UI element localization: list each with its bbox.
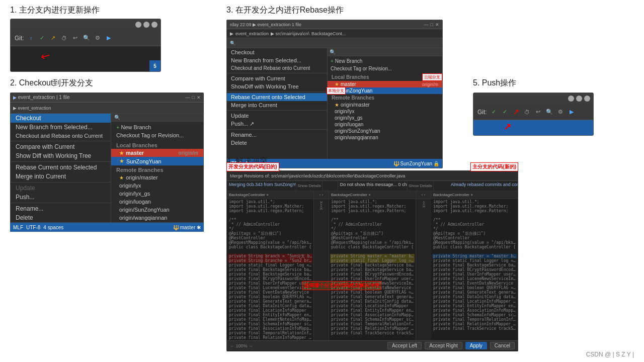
merge-cols-header: Merging 0cb.343 from SunZongYuan Show De… <box>227 181 518 191</box>
s3-checkout[interactable]: Checkout <box>227 48 327 56</box>
s2-menu-compare[interactable]: Compare with Current <box>11 142 111 151</box>
push-close-icon[interactable] <box>584 96 590 102</box>
s3-search-area: 🔍 <box>328 48 442 56</box>
fetch-icon[interactable]: ↑ <box>27 34 35 42</box>
section3-title: 3. 在开发分之内进行Rebase操作 <box>226 5 453 16</box>
merge-col5-result: import java.util.*; import java.util.reg… <box>431 199 518 340</box>
s2-close-icon[interactable]: ✕ <box>197 95 201 100</box>
s2-menu-new-branch-selected[interactable]: New Branch from Selected... <box>11 123 111 132</box>
s2-menu-update: Update <box>11 184 111 193</box>
s3-close-icon[interactable]: ✕ <box>435 22 439 27</box>
push-arrow-icon[interactable]: ↗ <box>512 108 520 116</box>
s2-menu-delete[interactable]: Delete <box>11 213 111 222</box>
s2-menu-merge[interactable]: Merge into Current <box>11 172 111 181</box>
push-search-icon[interactable]: 🔍 <box>545 108 553 116</box>
push-settings-icon[interactable]: ⚙ <box>556 108 565 116</box>
s3-r-wangqiannan[interactable]: origin/wangqiannan <box>328 134 442 141</box>
s3-update[interactable]: Update <box>227 112 327 120</box>
s3-local-section: Local Branches 云端分支 ★ master origin/m 本地… <box>328 73 442 94</box>
apply-button[interactable]: Apply <box>465 342 487 349</box>
s3-compare[interactable]: Compare with Current <box>227 74 327 82</box>
s3-merge[interactable]: Merge into Current <box>227 101 327 109</box>
s2-menu-rename[interactable]: Rename... <box>11 204 111 213</box>
push-check-icon[interactable]: ✓ <box>490 108 498 116</box>
push-history-icon[interactable]: ⏱ <box>523 108 531 116</box>
minimize-icon[interactable] <box>135 22 141 28</box>
section1-title: 1. 主分支内进行更新操作 <box>10 5 166 16</box>
search-icon[interactable]: 🔍 <box>83 34 91 42</box>
s3-remote-title: Remote Branches <box>328 94 442 102</box>
s3-max-icon[interactable]: □ <box>431 22 433 27</box>
s2-menu-show-diff[interactable]: Show Diff with Working Tree <box>11 151 111 160</box>
s2-menu-checkout-rebase[interactable]: Checkout and Rebase onto Current <box>11 132 111 140</box>
s3-rebase[interactable]: Rebase Current onto Selected <box>227 93 327 101</box>
s3-plus-icon: + <box>331 58 334 64</box>
s2-remote-luogan[interactable]: origin/luogan <box>111 198 203 206</box>
s2-menu-rebase[interactable]: Rebase Current onto Selected <box>11 163 111 172</box>
section2-title: 2. Checkout到开发分支 <box>10 78 206 88</box>
s3-push[interactable]: Push... ↗ <box>227 120 327 128</box>
s2-remote-master[interactable]: ★ origin/master <box>111 173 203 182</box>
s2-menu-push[interactable]: Push... <box>11 193 111 202</box>
s2-branch-sunzongyuan[interactable]: ★ SunZongYuan <box>111 157 203 165</box>
close-icon[interactable] <box>151 22 157 28</box>
push-minimize-icon[interactable] <box>568 96 574 102</box>
s3-r-lyx[interactable]: origin/lyx <box>328 108 442 115</box>
maximize-icon[interactable] <box>143 22 149 28</box>
s4-wrapper: Merge Revisions of: src\main\java\cn\edu… <box>226 170 518 351</box>
s3-r-luogan[interactable]: origin/luogan <box>328 121 442 128</box>
push-check2-icon[interactable]: ✓ <box>501 108 509 116</box>
push-maximize-icon[interactable] <box>576 96 582 102</box>
push-run-icon[interactable]: ▶ <box>568 108 576 116</box>
merge-col3: import java.util.*; import java.util.reg… <box>329 199 416 340</box>
s3-search-icon: 🔍 <box>230 41 235 46</box>
accept-left-button[interactable]: Accept Left <box>387 342 422 349</box>
merge-editor: Merge Revisions of: src\main\java\cn\edu… <box>226 170 518 351</box>
s2-remote-sunzongyuan[interactable]: origin/SunZongYuan <box>111 206 203 214</box>
merge-bottom-bar: ← 100% → Accept Left Accept Right Apply … <box>227 340 518 350</box>
s2-branch-master[interactable]: ★ master origin/m <box>111 149 203 157</box>
s3-checkout-rebase[interactable]: Checkout and Rebase onto Current <box>227 64 327 72</box>
s2-sep1 <box>11 141 111 141</box>
settings-icon[interactable]: ⚙ <box>94 34 102 42</box>
s3-show-diff[interactable]: ShowDiff with Working Tree <box>227 82 327 90</box>
s3-min-icon[interactable]: — <box>424 22 429 27</box>
push-git-label: Git: <box>477 109 487 116</box>
s3-new-branch-btn[interactable]: + New Branch <box>328 57 442 65</box>
s3-rename[interactable]: Rename... <box>227 131 327 139</box>
s3-new-branch[interactable]: New Branch from Selected... <box>227 56 327 64</box>
watermark: CSDN @ | S Z Y | <box>586 351 634 358</box>
push-icon[interactable]: ↗ <box>49 34 57 42</box>
revert-icon[interactable]: ↩ <box>71 34 79 42</box>
history-icon[interactable]: ⏱ <box>60 34 68 42</box>
run-icon[interactable]: ▶ <box>105 34 113 42</box>
update-icon[interactable]: ✓ <box>38 34 46 42</box>
s2-remote-lyx[interactable]: origin/lyx <box>111 182 203 190</box>
s4-annotation3: 主分支的代码(新的) <box>470 162 518 171</box>
s3-body: Checkout New Branch from Selected... Che… <box>227 48 442 159</box>
s2-checkout-tag-btn[interactable]: Checkout Tag or Revision... <box>111 131 203 139</box>
git-label-1: Git: <box>15 35 24 42</box>
merge-col1: import java.util.*; import java.util.reg… <box>227 199 314 340</box>
s3-r-master[interactable]: ★ origin/master <box>328 102 442 108</box>
s3-right-panel: 🔍 + New Branch Checkout Tag or Revision.… <box>328 48 442 159</box>
s2-min-icon[interactable]: — <box>186 95 190 100</box>
s2-remote-wangqiannan[interactable]: origin/wangqiannan <box>111 214 203 222</box>
s2-statusbar: MLF UTF-8 4 spaces 🔱 master ✱ <box>10 223 204 232</box>
section5: 5. Push操作 Git: ✓ ✓ ↗ ⏱ ↩ 🔍 ⚙ ▶ ↗ <box>473 78 614 136</box>
s2-new-branch-btn[interactable]: + New Branch <box>111 123 203 131</box>
accept-right-button[interactable]: Accept Right <box>425 342 462 349</box>
s2-remote-lyx-gs[interactable]: origin/lyx_gs <box>111 190 203 198</box>
s3-r-sunzongyuan[interactable]: origin/SunZongYuan <box>328 128 442 134</box>
s3-checkout-tag-btn[interactable]: Checkout Tag or Revision... <box>328 65 442 72</box>
s2-menu-checkout[interactable]: Checkout <box>11 114 111 123</box>
cancel-button[interactable]: Cancel <box>490 342 515 349</box>
s2-path-icon: ▶ event_extraction <box>13 106 51 111</box>
s3-r-lyx-gs[interactable]: origin/lyx_gs <box>328 115 442 121</box>
section5-title: 5. Push操作 <box>473 78 614 88</box>
push-revert-icon[interactable]: ↩ <box>534 108 542 116</box>
s2-branch-icon: 🔱 <box>173 225 179 230</box>
s4-annotation1: 开发分支的代码(旧的) <box>226 162 279 171</box>
s2-max-icon[interactable]: □ <box>192 95 195 100</box>
s3-delete[interactable]: Delete <box>227 139 327 147</box>
